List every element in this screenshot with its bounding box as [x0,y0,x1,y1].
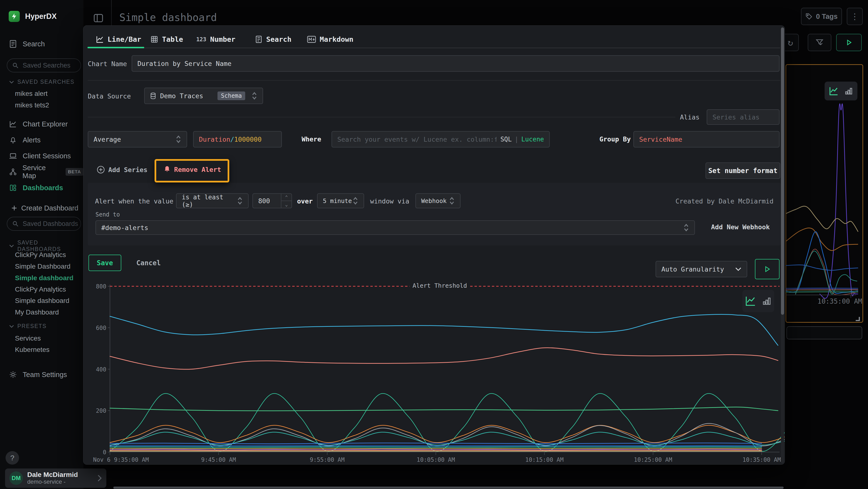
user-subtitle: demo-service - [27,479,93,485]
create-dashboard-button[interactable]: Create Dashboard [0,202,84,214]
sidebar-collapse-button[interactable] [93,12,104,24]
dashboards-icon [9,184,18,192]
plus-icon [11,205,18,211]
filter-edit-icon [815,38,824,47]
sidebar-item-dashboards[interactable]: Dashboards [0,182,84,194]
dashboard-item-active[interactable]: Simple dashboard [15,274,73,282]
sidebar-item-label: Search [23,40,45,48]
sidebar-item-service-map[interactable]: Service Map BETA [0,166,84,178]
field-operator: / [230,136,234,143]
line-chart-icon[interactable] [745,295,756,307]
brand[interactable]: HyperDX [0,10,84,23]
bell-icon [9,136,18,144]
tab-table[interactable]: Table [151,32,183,46]
svg-text:200: 200 [96,407,106,414]
group-by-input[interactable]: ServiceName [633,131,779,147]
tab-markdown[interactable]: Markdown [307,32,353,46]
selector-icon [449,196,455,206]
data-source-select[interactable]: Demo Traces Schema [144,88,263,104]
selector-icon [176,135,181,144]
saved-search-item[interactable]: mikes alert [15,90,48,97]
user-menu[interactable]: DM Dale McDiarmid demo-service - [5,468,106,488]
window-via-label: window via [370,197,409,205]
active-tab-indicator [88,47,144,48]
alert-channel-select[interactable]: Webhook [415,193,461,208]
svg-text:10:05:00 AM: 10:05:00 AM [416,456,455,463]
sidebar-item-client-sessions[interactable]: Client Sessions [0,150,84,162]
dashboard-item[interactable]: ClickPy Analytics [15,251,66,259]
svg-text:9:55:00 AM: 9:55:00 AM [310,456,345,463]
save-button[interactable]: Save [89,255,121,271]
saved-searches-header[interactable]: SAVED SEARCHES [9,79,74,85]
dashboard-item[interactable]: Simple Dashboard [15,263,70,270]
chart-name-input[interactable]: Duration by Service Name [132,55,779,72]
alert-settings-panel: Alert when the value is at least (≥) 800… [88,183,781,246]
beta-badge: BETA [66,168,84,176]
remove-alert-button[interactable]: Remove Alert [163,166,221,173]
field-expression-input[interactable]: Duration/1000000 [193,131,282,147]
granularity-select[interactable]: Auto Granularity [656,261,747,277]
alert-window-select[interactable]: 5 minute [317,193,364,208]
sidebar-item-alerts[interactable]: Alerts [0,134,84,146]
horizontal-scrollbar[interactable] [113,487,784,489]
saved-dashboards-placeholder: Saved Dashboards [23,220,78,228]
modal-scrollbar-thumb[interactable] [781,28,784,315]
bar-chart-icon[interactable] [762,296,772,306]
sidebar-item-chart-explorer[interactable]: Chart Explorer [0,118,84,130]
dashboard-item[interactable]: Simple dashboard [15,297,69,305]
line-chart-icon[interactable] [829,86,839,96]
selector-icon [352,196,358,206]
sidebar-item-team-settings[interactable]: Team Settings [0,369,84,380]
saved-search-item[interactable]: mikes tets2 [15,102,49,109]
send-to-select[interactable]: #demo-alerts [95,220,695,235]
send-to-label: Send to [95,211,120,218]
tab-search[interactable]: Search [255,32,291,46]
hyperdx-logo-icon [9,11,20,22]
stepper-up-icon: ⌃ [281,194,291,201]
tab-line-bar[interactable]: Line/Bar [95,32,141,46]
set-number-format-button[interactable]: Set number format [706,163,780,179]
help-button[interactable]: ? [5,451,19,465]
tags-button[interactable]: 0 Tags [801,8,842,25]
line-bar-tab-icon [95,35,104,44]
markdown-tab-icon [307,36,316,43]
dashboard-item[interactable]: My Dashboard [15,309,59,316]
saved-dashboards-input[interactable]: Saved Dashboards [7,217,81,231]
saved-dashboards-header[interactable]: SAVED DASHBOARDS [9,239,84,253]
alias-input[interactable]: Series alias [707,109,779,125]
preset-item[interactable]: Kubernetes [15,346,50,353]
threshold-stepper[interactable]: ⌃⌄ [281,194,291,208]
panel-resize-handle[interactable] [854,315,861,322]
tag-icon [805,13,812,20]
dashboard-item[interactable]: ClickPy Analytics [15,286,66,293]
saved-searches-input[interactable]: Saved Searches [7,58,81,73]
alert-threshold-input[interactable]: 800 ⌃⌄ [252,193,292,208]
svg-text:10:35:00 AM: 10:35:00 AM [817,297,862,305]
lucene-mode-toggle[interactable]: Lucene [521,136,544,143]
sql-mode-toggle[interactable]: SQL [500,136,512,143]
add-series-button[interactable]: Add Series [97,166,148,174]
bg-chart-type-toggle [825,82,858,100]
stepper-down-icon: ⌄ [281,201,291,208]
tabs-underline-track [88,48,780,48]
run-chart-button[interactable] [755,259,779,279]
tab-number[interactable]: 123 Number [196,32,235,46]
presets-header[interactable]: PRESETS [9,323,46,329]
schema-badge: Schema [217,91,245,100]
aggregation-select[interactable]: Average [88,131,187,147]
cancel-button[interactable]: Cancel [132,255,165,271]
svg-text:800: 800 [96,283,106,290]
alert-condition-select[interactable]: is at least (≥) [176,193,249,208]
add-new-webhook-button[interactable]: Add New Webhook [711,223,770,231]
dashboard-panel-next[interactable] [786,326,862,339]
sidebar-item-search[interactable]: Search [0,38,84,50]
chevron-down-icon [9,325,14,328]
preset-item[interactable]: Services [15,335,41,342]
event-search-input[interactable]: Search your events w/ Lucene ex. column:… [332,131,550,147]
filter-button[interactable] [808,34,831,51]
chart-type-toggle [742,290,774,312]
search-icon [12,62,19,69]
bar-chart-icon[interactable] [844,86,853,95]
kebab-menu-button[interactable]: ⋮ [847,8,863,25]
panel-run-button[interactable] [836,34,862,51]
